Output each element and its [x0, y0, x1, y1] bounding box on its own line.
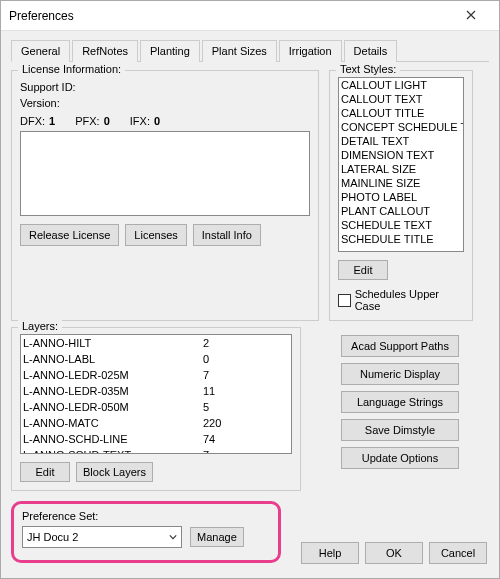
list-item[interactable]: CALLOUT TEXT: [339, 92, 463, 106]
list-item[interactable]: CONCEPT SCHEDULE TEXT: [339, 120, 463, 134]
tab-planting[interactable]: Planting: [140, 40, 200, 62]
list-item[interactable]: SCHEDULE TITLE: [339, 232, 463, 246]
preference-set-value: JH Docu 2: [27, 531, 78, 543]
list-item[interactable]: CALLOUT TITLE: [339, 106, 463, 120]
list-item[interactable]: CALLOUT LIGHT: [339, 78, 463, 92]
list-item[interactable]: MAINLINE SIZE: [339, 176, 463, 190]
schedules-upper-case-label: Schedules Upper Case: [355, 288, 464, 312]
license-text-area[interactable]: [20, 131, 310, 216]
list-item[interactable]: SCHEDULE TEXT: [339, 218, 463, 232]
acad-support-paths-button[interactable]: Acad Support Paths: [341, 335, 459, 357]
table-row[interactable]: L-ANNO-SCHD-LINE74: [21, 431, 291, 447]
window-title: Preferences: [9, 9, 451, 23]
text-styles-edit-button[interactable]: Edit: [338, 260, 388, 280]
layers-legend: Layers:: [18, 320, 62, 332]
license-legend: License Information:: [18, 63, 125, 75]
license-counts: DFX:1 PFX:0 IFX:0: [20, 115, 310, 127]
list-item[interactable]: DETAIL TEXT: [339, 134, 463, 148]
table-row[interactable]: L-ANNO-LEDR-050M5: [21, 399, 291, 415]
list-item[interactable]: LATERAL SIZE: [339, 162, 463, 176]
licenses-button[interactable]: Licenses: [125, 224, 186, 246]
list-item[interactable]: PHOTO LABEL: [339, 190, 463, 204]
layers-group: Layers: L-ANNO-HILT2 L-ANNO-LABL0 L-ANNO…: [11, 327, 301, 491]
manage-button[interactable]: Manage: [190, 527, 244, 547]
text-styles-legend: Text Styles:: [336, 63, 400, 75]
support-id-label: Support ID:: [20, 81, 310, 93]
tab-irrigation[interactable]: Irrigation: [279, 40, 342, 62]
table-row[interactable]: L-ANNO-SCHD-TEXT7: [21, 447, 291, 454]
content-area: General RefNotes Planting Plant Sizes Ir…: [1, 31, 499, 578]
ok-button[interactable]: OK: [365, 542, 423, 564]
table-row[interactable]: L-ANNO-LABL0: [21, 351, 291, 367]
numeric-display-button[interactable]: Numeric Display: [341, 363, 459, 385]
tab-plantsizes[interactable]: Plant Sizes: [202, 40, 277, 62]
dfx-label: DFX:: [20, 115, 45, 127]
tab-refnotes[interactable]: RefNotes: [72, 40, 138, 62]
close-icon: [466, 10, 476, 22]
titlebar: Preferences: [1, 1, 499, 31]
block-layers-button[interactable]: Block Layers: [76, 462, 153, 482]
close-button[interactable]: [451, 2, 491, 30]
table-row[interactable]: L-ANNO-HILT2: [21, 335, 291, 351]
tab-general[interactable]: General: [11, 40, 70, 62]
install-info-button[interactable]: Install Info: [193, 224, 261, 246]
pfx-label: PFX:: [75, 115, 99, 127]
table-row[interactable]: L-ANNO-MATC220: [21, 415, 291, 431]
layers-list[interactable]: L-ANNO-HILT2 L-ANNO-LABL0 L-ANNO-LEDR-02…: [20, 334, 292, 454]
tab-details[interactable]: Details: [344, 40, 398, 62]
license-group: License Information: Support ID: Version…: [11, 70, 319, 321]
preferences-window: Preferences General RefNotes Planting Pl…: [0, 0, 500, 579]
schedules-upper-case-checkbox[interactable]: Schedules Upper Case: [338, 288, 464, 312]
tab-strip: General RefNotes Planting Plant Sizes Ir…: [11, 39, 489, 62]
help-button[interactable]: Help: [301, 542, 359, 564]
preference-set-group: Preference Set: JH Docu 2 Manage: [11, 501, 281, 563]
table-row[interactable]: L-ANNO-LEDR-035M11: [21, 383, 291, 399]
language-strings-button[interactable]: Language Strings: [341, 391, 459, 413]
list-item[interactable]: PLANT CALLOUT: [339, 204, 463, 218]
ifx-label: IFX:: [130, 115, 150, 127]
dfx-value: 1: [49, 115, 55, 127]
preference-set-dropdown[interactable]: JH Docu 2: [22, 526, 182, 548]
update-options-button[interactable]: Update Options: [341, 447, 459, 469]
right-button-column: Acad Support Paths Numeric Display Langu…: [341, 335, 459, 491]
layers-edit-button[interactable]: Edit: [20, 462, 70, 482]
text-styles-list[interactable]: CALLOUT LIGHT CALLOUT TEXT CALLOUT TITLE…: [338, 77, 464, 252]
pfx-value: 0: [104, 115, 110, 127]
dialog-buttons: Help OK Cancel: [301, 542, 487, 564]
cancel-button[interactable]: Cancel: [429, 542, 487, 564]
checkbox-icon: [338, 294, 351, 307]
text-styles-group: Text Styles: CALLOUT LIGHT CALLOUT TEXT …: [329, 70, 473, 321]
save-dimstyle-button[interactable]: Save Dimstyle: [341, 419, 459, 441]
list-item[interactable]: DIMENSION TEXT: [339, 148, 463, 162]
chevron-down-icon: [169, 531, 177, 543]
release-license-button[interactable]: Release License: [20, 224, 119, 246]
version-label: Version:: [20, 97, 310, 109]
table-row[interactable]: L-ANNO-LEDR-025M7: [21, 367, 291, 383]
preference-set-legend: Preference Set:: [22, 510, 270, 522]
ifx-value: 0: [154, 115, 160, 127]
